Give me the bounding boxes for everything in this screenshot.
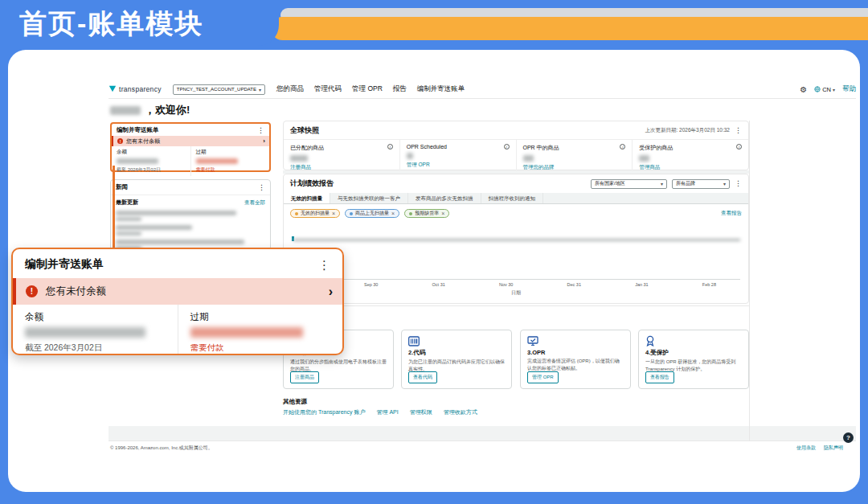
- alert-icon: !: [26, 285, 38, 297]
- resource-link-manage-api[interactable]: 管理 API: [376, 408, 398, 416]
- close-icon[interactable]: ×: [391, 211, 395, 216]
- kebab-menu-icon[interactable]: ⋮: [258, 184, 265, 191]
- x-tick: Feb 28: [702, 282, 716, 287]
- x-axis: [293, 279, 740, 280]
- balance-label: 余额: [117, 149, 186, 156]
- unpaid-balance-alert[interactable]: ! 您有未付余额 ›: [112, 136, 269, 146]
- global-snapshot-section: 全球快照 上次更新日期: 2026年3月02日 10:32 ⋮ 已分配的商品i …: [283, 121, 749, 170]
- view-report-link[interactable]: 查看报告: [721, 210, 742, 217]
- other-resources-section: 其他资源 开始使用您的 Transparency 账户 管理 API 管理权限 …: [108, 394, 856, 426]
- transparency-logo-icon: [108, 85, 117, 93]
- overdue-column: 过期 需要付款: [190, 146, 270, 176]
- view-codes-button[interactable]: 查看代码: [408, 371, 437, 383]
- resource-link-manage-permissions[interactable]: 管理权限: [410, 408, 432, 416]
- balance-column: 余额 截至 2026年3月02日: [13, 305, 178, 355]
- news-item[interactable]: [111, 208, 270, 223]
- stat-value-redacted: [407, 153, 413, 159]
- screenshot-canvas: 首页-账单模块 transparency TPNCY_TEST_ACCOUNT_…: [0, 0, 868, 504]
- view-reports-button[interactable]: 查看报告: [645, 371, 674, 383]
- top-navbar: transparency TPNCY_TEST_ACCOUNT_UPDATE ▾…: [108, 80, 856, 99]
- close-icon[interactable]: ×: [332, 211, 335, 216]
- payment-due-text: 需要付款: [190, 342, 331, 354]
- account-selector[interactable]: TPNCY_TEST_ACCOUNT_UPDATE ▾: [173, 84, 265, 95]
- footer-link-privacy[interactable]: 隐私声明: [824, 445, 843, 452]
- x-tick: Sep 30: [364, 282, 378, 287]
- filter-chips-row: 无效的扫描量× 商品上无扫描量× 预期缺货率× 查看报告: [284, 204, 748, 221]
- brand-filter-dropdown[interactable]: 所有品牌▾: [672, 179, 730, 189]
- language-selector[interactable]: CN ▾: [814, 86, 835, 93]
- kebab-menu-icon[interactable]: ⋮: [318, 259, 330, 271]
- overdue-label: 过期: [190, 311, 331, 323]
- nav-item-products[interactable]: 您的商品: [276, 84, 304, 94]
- stat-protected-products: 受保护的商品i 管理商品: [632, 140, 748, 172]
- kebab-menu-icon[interactable]: ⋮: [735, 127, 742, 134]
- nav-item-manage-codes[interactable]: 管理代码: [314, 84, 342, 94]
- step-desc: 通过我们的分步指南或使用电子表格模板注册您的商品。: [290, 359, 387, 372]
- footer-gap-band: [108, 426, 856, 440]
- performance-report-section: 计划绩效报告 所有国家/地区▾ 所有品牌▾ ⋮ 无效的扫描量 与无效扫描关联的唯…: [283, 174, 749, 304]
- manage-opr-button[interactable]: 管理 OPR: [527, 371, 559, 383]
- tab-scan-notifications[interactable]: 扫描程序收到的通知: [481, 193, 544, 203]
- chip-invalid-scans[interactable]: 无效的扫描量×: [290, 209, 340, 218]
- chip-expected-rate[interactable]: 预期缺货率×: [404, 209, 449, 218]
- chevron-right-icon: ›: [263, 137, 265, 145]
- register-products-button[interactable]: 注册商品: [290, 371, 319, 383]
- divider: [283, 305, 749, 306]
- globe-icon: [814, 86, 821, 92]
- step-title: 4.受保护: [645, 349, 742, 357]
- info-icon[interactable]: i: [736, 144, 742, 150]
- news-subtitle: 最新更新: [116, 199, 138, 207]
- last-updated-text: 上次更新日期: 2026年3月02日 10:32: [645, 127, 731, 134]
- stat-value-redacted: [639, 155, 649, 162]
- chevron-down-icon: ▾: [723, 181, 726, 186]
- nav-item-manage-opr[interactable]: 管理 OPR: [352, 84, 383, 94]
- step-desc: 完成运营准备情况评估 (OPR)，以便我们确认您的标签已正确粘贴。: [527, 358, 624, 371]
- tab-invalid-scans[interactable]: 无效的扫描量: [284, 193, 330, 203]
- stat-link[interactable]: 管理 OPR: [407, 162, 510, 169]
- nav-item-billing[interactable]: 编制并寄送账单: [417, 84, 465, 94]
- step-card-opr: 3.OPR 完成运营准备情况评估 (OPR)，以便我们确认您的标签已正确粘贴。 …: [520, 330, 631, 389]
- x-tick: Oct 31: [432, 282, 445, 287]
- step-card-codes: 2.代码 为您已注册的商品订购代码并应用它们以确保真实性。 查看代码: [401, 330, 512, 389]
- close-icon[interactable]: ×: [441, 211, 444, 216]
- view-all-link[interactable]: 查看全部: [244, 199, 265, 207]
- scan-trend-chart: Sep 30 Oct 31 Nov 30 Dec 31 Jan 31 Feb 2…: [284, 221, 748, 297]
- news-title: 新闻: [116, 183, 128, 191]
- help-widget-icon[interactable]: ?: [843, 432, 854, 443]
- chevron-down-icon: ▾: [259, 87, 261, 92]
- resources-title: 其他资源: [283, 398, 307, 406]
- resource-link-get-started[interactable]: 开始使用您的 Transparency 账户: [283, 408, 365, 416]
- alert-icon: !: [117, 138, 123, 144]
- resource-link-payment-methods[interactable]: 管理收款方式: [444, 408, 477, 416]
- kebab-menu-icon[interactable]: ⋮: [735, 180, 742, 187]
- gear-icon[interactable]: ⚙: [800, 85, 807, 94]
- chip-no-scans[interactable]: 商品上无扫描量×: [345, 209, 399, 218]
- billing-card-callout: 编制并寄送账单 ⋮ ! 您有未付余额 › 余额 截至 2026年3月02日 过期…: [11, 248, 344, 355]
- dashboard-footer: © 1996-2026, Amazon.com, Inc.或其附属公司。 使用条…: [108, 440, 856, 454]
- banner-title: 首页-账单模块: [19, 6, 203, 43]
- news-item[interactable]: [111, 223, 270, 237]
- billing-card-title: 编制并寄送账单: [25, 257, 104, 272]
- language-value: CN: [822, 86, 831, 93]
- unpaid-balance-alert[interactable]: ! 您有未付余额 ›: [13, 278, 342, 305]
- country-filter-dropdown[interactable]: 所有国家/地区▾: [591, 179, 667, 189]
- stat-label: 受保护的商品: [639, 144, 673, 152]
- tab-multiple-invalid-scans[interactable]: 发布商品的多次无效扫描: [408, 193, 481, 203]
- stat-assigned-products: 已分配的商品i 注册商品: [284, 140, 399, 172]
- copyright-text: © 1996-2026, Amazon.com, Inc.或其附属公司。: [110, 445, 213, 452]
- stat-label: 已分配的商品: [290, 144, 324, 152]
- balance-value-redacted: [117, 158, 158, 164]
- info-icon[interactable]: i: [504, 144, 510, 150]
- as-of-date: 截至 2026年3月02日: [25, 342, 166, 354]
- info-icon[interactable]: i: [620, 144, 625, 150]
- info-icon[interactable]: i: [387, 144, 393, 150]
- kebab-menu-icon[interactable]: ⋮: [257, 127, 264, 134]
- x-tick: Jan 31: [635, 282, 649, 287]
- tab-unique-customers[interactable]: 与无效扫描关联的唯一客户: [330, 193, 408, 203]
- balance-column: 余额 截至 2026年3月02日: [112, 146, 190, 176]
- nav-item-reports[interactable]: 报告: [393, 84, 407, 94]
- chevron-down-icon: ▾: [661, 181, 663, 186]
- footer-link-terms[interactable]: 使用条款: [796, 445, 816, 452]
- help-link[interactable]: 帮助: [842, 84, 856, 94]
- username-redacted: [110, 106, 141, 115]
